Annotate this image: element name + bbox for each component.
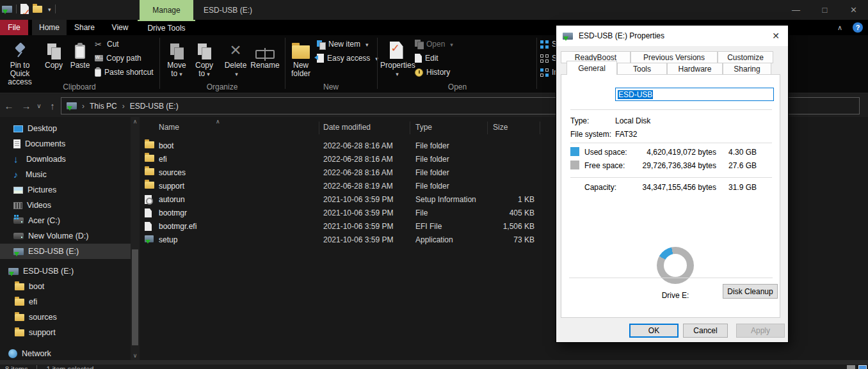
tab-customize[interactable]: Customize bbox=[718, 51, 773, 63]
page-icon bbox=[145, 208, 152, 217]
qat-properties-icon[interactable] bbox=[20, 4, 29, 14]
file-system-value: FAT32 bbox=[615, 130, 637, 139]
file-type: EFI File bbox=[415, 222, 442, 231]
copy-button[interactable]: Copy bbox=[41, 37, 67, 70]
disk-cleanup-button[interactable]: Disk Cleanup bbox=[723, 284, 778, 299]
new-item-button[interactable]: New item bbox=[317, 38, 369, 50]
up-button[interactable]: ↑ bbox=[45, 94, 60, 117]
volume-label-input[interactable]: ESD-USB bbox=[615, 88, 774, 101]
sidebar-item-esd-usb-e[interactable]: ESD-USB (E:) bbox=[0, 244, 131, 259]
tray-icon[interactable] bbox=[858, 365, 867, 369]
maximize-button[interactable]: □ bbox=[810, 0, 839, 20]
easy-access-button[interactable]: Easy access bbox=[317, 52, 378, 64]
file-name: support bbox=[159, 182, 184, 191]
edit-button[interactable]: Edit bbox=[415, 52, 438, 64]
divider bbox=[570, 109, 772, 110]
pin-to-quick-access-button[interactable]: Pin to Quick access bbox=[1, 37, 38, 86]
sidebar-item-downloads[interactable]: ↓Downloads bbox=[0, 152, 131, 167]
file-date: 2022-06-28 8:19 AM bbox=[323, 182, 393, 191]
sidebar-item-sources[interactable]: sources bbox=[0, 310, 131, 325]
folder-icon bbox=[145, 168, 154, 175]
sidebar-item-esd-usb-e[interactable]: ESD-USB (E:) bbox=[0, 263, 131, 279]
tab-tools[interactable]: Tools bbox=[617, 63, 667, 75]
column-divider[interactable] bbox=[319, 122, 319, 134]
sidebar-item-efi[interactable]: efi bbox=[0, 294, 131, 310]
select-all-icon bbox=[540, 40, 549, 49]
sidebar-scrollbar[interactable]: ∧ ∨ bbox=[131, 117, 140, 360]
properties-icon bbox=[390, 42, 403, 59]
tab-previous-versions[interactable]: Previous Versions bbox=[631, 51, 718, 63]
column-header-size[interactable]: Size bbox=[493, 123, 508, 132]
ok-button[interactable]: OK bbox=[629, 324, 679, 338]
tab-home[interactable]: Home bbox=[32, 20, 67, 35]
sidebar-item-new-volume-d[interactable]: New Volume (D:) bbox=[0, 228, 131, 244]
history-button[interactable]: History bbox=[415, 67, 450, 78]
rename-icon bbox=[255, 50, 275, 59]
copy-path-button[interactable]: Copy path bbox=[95, 52, 141, 64]
history-icon bbox=[415, 68, 423, 77]
file-date: 2021-10-06 3:59 PM bbox=[323, 208, 393, 217]
sidebar-item-label: ESD-USB (E:) bbox=[23, 267, 74, 276]
sidebar-item-desktop[interactable]: Desktop bbox=[0, 121, 131, 136]
minimize-button[interactable]: — bbox=[782, 0, 810, 20]
sidebar-item-pictures[interactable]: Pictures bbox=[0, 182, 131, 198]
sidebar-item-boot[interactable]: boot bbox=[0, 279, 131, 294]
cut-button[interactable]: ✂ Cut bbox=[95, 38, 119, 50]
back-button[interactable]: ← bbox=[0, 94, 18, 117]
paste-shortcut-button[interactable]: Paste shortcut bbox=[95, 67, 154, 78]
scrollbar-thumb[interactable] bbox=[132, 249, 138, 345]
new-folder-button[interactable]: New folder bbox=[287, 37, 315, 78]
tray-icon[interactable] bbox=[847, 365, 855, 369]
help-icon[interactable]: ? bbox=[851, 20, 864, 35]
qat-customize-icon[interactable] bbox=[46, 4, 51, 13]
rename-button[interactable]: Rename bbox=[250, 37, 280, 70]
dialog-title-bar: ESD-USB (E:) Properties ✕ bbox=[556, 26, 788, 46]
column-header-name[interactable]: Name bbox=[159, 123, 179, 132]
close-button[interactable]: ✕ bbox=[839, 0, 868, 20]
tab-file[interactable]: File bbox=[0, 20, 28, 35]
delete-button[interactable]: × Delete bbox=[221, 37, 250, 79]
paste-button[interactable]: Paste bbox=[68, 37, 92, 70]
sidebar-item-label: boot bbox=[29, 282, 44, 291]
recent-locations-icon[interactable]: ∨ bbox=[33, 94, 45, 117]
copy-to-button[interactable]: Copy to bbox=[191, 37, 218, 79]
scroll-down-icon[interactable]: ∨ bbox=[131, 351, 140, 360]
file-date: 2021-10-06 3:59 PM bbox=[323, 235, 393, 244]
move-to-button[interactable]: Move to bbox=[163, 37, 191, 79]
column-header-type[interactable]: Type bbox=[415, 123, 432, 132]
sidebar-item-label: support bbox=[29, 328, 56, 337]
column-divider[interactable] bbox=[487, 122, 488, 134]
sidebar-item-network[interactable]: Network bbox=[0, 346, 131, 360]
tab-hardware[interactable]: Hardware bbox=[667, 63, 723, 75]
cancel-button[interactable]: Cancel bbox=[683, 324, 728, 338]
copy-icon bbox=[47, 43, 60, 59]
sidebar-item-videos[interactable]: Videos bbox=[0, 198, 131, 213]
tab-view[interactable]: View bbox=[102, 20, 138, 35]
column-header-date[interactable]: Date modified bbox=[323, 123, 371, 132]
breadcrumb-this-pc[interactable]: This PC bbox=[90, 102, 117, 111]
dialog-close-icon[interactable]: ✕ bbox=[766, 28, 785, 43]
tab-share[interactable]: Share bbox=[67, 20, 102, 35]
sidebar-item-documents[interactable]: Documents bbox=[0, 136, 131, 152]
manage-contextual-tab[interactable]: Manage bbox=[140, 0, 193, 20]
sidebar-item-acer-c[interactable]: Acer (C:) bbox=[0, 213, 131, 228]
sidebar-item-music[interactable]: ♪Music bbox=[0, 167, 131, 182]
tab-drive-tools[interactable]: Drive Tools bbox=[138, 20, 195, 35]
collapse-ribbon-icon[interactable]: ∧ bbox=[833, 20, 847, 35]
qat-new-folder-icon[interactable] bbox=[33, 6, 42, 13]
general-tab-page: ESD-USB Type: Local Disk File system: FA… bbox=[561, 74, 780, 318]
sidebar-item-label: Downloads bbox=[26, 155, 66, 164]
column-divider[interactable] bbox=[410, 122, 410, 134]
column-divider[interactable] bbox=[540, 122, 540, 134]
properties-button[interactable]: Properties bbox=[380, 37, 412, 79]
tab-general[interactable]: General bbox=[567, 61, 617, 75]
tab-sharing[interactable]: Sharing bbox=[723, 63, 771, 75]
dropdown-arrow-icon bbox=[448, 40, 453, 49]
file-name: setup bbox=[159, 235, 177, 244]
open-button: Open bbox=[415, 38, 453, 50]
forward-button[interactable]: → bbox=[18, 94, 35, 117]
sidebar-item-support[interactable]: support bbox=[0, 325, 131, 340]
breadcrumb-drive[interactable]: ESD-USB (E:) bbox=[130, 102, 179, 111]
scroll-up-icon[interactable]: ∧ bbox=[131, 117, 140, 126]
new-group-label: New bbox=[285, 82, 376, 92]
